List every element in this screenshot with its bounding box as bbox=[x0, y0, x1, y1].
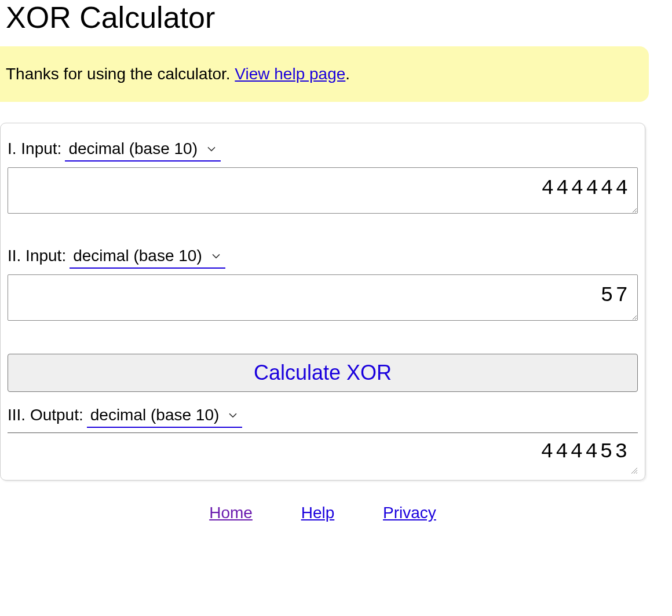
footer-help-link[interactable]: Help bbox=[301, 504, 335, 522]
input2-base-value: decimal (base 10) bbox=[73, 247, 202, 265]
input1-base-value: decimal (base 10) bbox=[68, 140, 198, 157]
chevron-down-icon bbox=[211, 251, 221, 261]
notice-text: Thanks for using the calculator. bbox=[6, 65, 235, 83]
output-section: III. Output: decimal (base 10) 444453 bbox=[8, 406, 638, 464]
output-base-select[interactable]: decimal (base 10) bbox=[87, 406, 243, 428]
notice-banner: Thanks for using the calculator. View he… bbox=[0, 46, 649, 102]
notice-suffix: . bbox=[345, 65, 350, 83]
output-label: III. Output: bbox=[8, 406, 83, 424]
help-link[interactable]: View help page bbox=[235, 65, 345, 83]
calculate-button[interactable]: Calculate XOR bbox=[8, 354, 638, 392]
input1-section: I. Input: decimal (base 10) bbox=[8, 140, 638, 218]
output-value: 444453 bbox=[540, 440, 630, 464]
footer-privacy-link[interactable]: Privacy bbox=[383, 504, 436, 522]
resize-handle-icon[interactable] bbox=[630, 466, 638, 474]
output-base-value: decimal (base 10) bbox=[90, 406, 220, 424]
input2-base-select[interactable]: decimal (base 10) bbox=[70, 247, 225, 269]
input2-label: II. Input: bbox=[8, 247, 66, 265]
input1-base-select[interactable]: decimal (base 10) bbox=[65, 140, 221, 162]
chevron-down-icon bbox=[228, 410, 238, 420]
calculator-panel: I. Input: decimal (base 10) II. Input: d… bbox=[0, 123, 645, 481]
chevron-down-icon bbox=[207, 144, 216, 153]
input2-section: II. Input: decimal (base 10) bbox=[8, 247, 638, 325]
page-title: XOR Calculator bbox=[0, 0, 672, 46]
input1-label: I. Input: bbox=[8, 140, 61, 158]
input2-field[interactable] bbox=[8, 274, 638, 321]
footer-nav: Home Help Privacy bbox=[0, 481, 645, 545]
output-value-container: 444453 bbox=[8, 440, 638, 464]
input1-field[interactable] bbox=[8, 167, 638, 214]
footer-home-link[interactable]: Home bbox=[209, 504, 253, 522]
